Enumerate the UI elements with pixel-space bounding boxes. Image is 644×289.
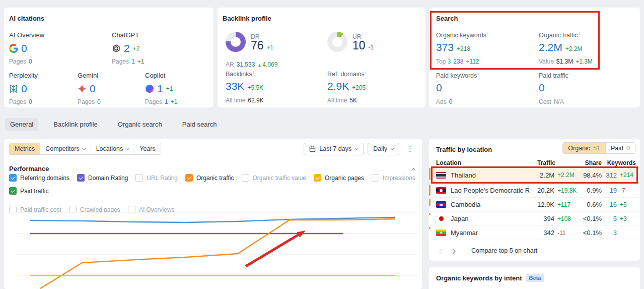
tab-backlink-profile[interactable]: Backlink profile — [48, 118, 102, 131]
ai-citation-copilot: Copilot1+1Pages1+1 — [145, 72, 177, 105]
dr-value: 76 — [251, 39, 264, 52]
next-page-button[interactable] — [451, 246, 462, 255]
metric-checkbox-domain-rating[interactable]: Domain Rating — [77, 174, 128, 182]
cost-value: N/A — [554, 98, 564, 105]
keywords-count[interactable]: 3 — [602, 229, 617, 237]
checked-checkbox-icon — [314, 174, 321, 182]
backlinks-value[interactable]: 33K — [226, 80, 244, 92]
metric-checkbox-organic-pages[interactable]: Organic pages — [314, 174, 364, 182]
granularity-button[interactable]: Daily — [368, 143, 399, 155]
share-value: <0.1% — [581, 215, 602, 222]
metric-checkbox-organic-traffic[interactable]: Organic traffic — [185, 174, 234, 182]
metric-checkbox-organic-traffic-value[interactable]: Organic traffic value — [242, 174, 307, 182]
keywords-delta: +214 — [617, 171, 636, 179]
prev-page-button[interactable] — [440, 246, 451, 255]
keywords-count[interactable]: 312 — [602, 171, 617, 179]
tab-paid-search[interactable]: Paid search — [177, 118, 222, 131]
organic-keywords-value[interactable]: 373 — [436, 41, 454, 53]
ai-source-name: Gemini — [78, 72, 101, 79]
info-icon — [362, 33, 363, 37]
info-icon — [253, 70, 254, 75]
date-range-button[interactable]: Last 7 days — [304, 143, 364, 155]
performance-chart-card: MetricsCompetitorsLocationsYears Last 7 … — [4, 139, 422, 289]
citations-count[interactable]: 1 — [157, 83, 163, 95]
share-bar — [429, 185, 431, 196]
checked-checkbox-icon — [9, 187, 17, 195]
location-name: Thailand — [451, 171, 530, 179]
paid-keywords-value[interactable]: 0 — [436, 82, 442, 94]
metric-checkbox-label: URL Rating — [147, 175, 178, 182]
location-row-myanmar[interactable]: Myanmar342-11<0.1%3 — [429, 226, 640, 240]
copilot-icon — [145, 84, 154, 93]
top3-value[interactable]: 238 — [453, 58, 463, 65]
keywords-count[interactable]: 16 — [602, 201, 617, 208]
traffic-delta: +2.2M — [554, 171, 581, 179]
metric-checkbox-label: Organic traffic value — [253, 175, 307, 182]
metric-checkbox-referring-domains[interactable]: Referring domains — [9, 174, 69, 182]
paid-traffic-value[interactable]: 0 — [539, 82, 545, 94]
ai-source-name: Perplexity — [9, 72, 38, 79]
metric-checkbox-impressions[interactable]: Impressions — [372, 174, 415, 182]
info-icon — [487, 31, 488, 36]
filter-segment-years[interactable]: Years — [134, 143, 161, 154]
tab-general[interactable]: General — [5, 118, 38, 131]
ai-citation-perplexity: Perplexity0Pages0 — [9, 72, 38, 105]
ar-delta: 4,069 — [257, 61, 277, 68]
organic-traffic-value[interactable]: 2.2M — [539, 41, 562, 53]
ar-value[interactable]: 31,533 — [237, 61, 255, 68]
toggle-organic[interactable]: Organic 51 — [563, 143, 605, 153]
traffic-delta: -11 — [554, 229, 581, 237]
location-row-laos[interactable]: Lao People's Democratic Reput20.2K+19.8K… — [429, 184, 640, 198]
share-bar — [429, 168, 431, 180]
keywords-count[interactable]: 5 — [602, 215, 617, 222]
filter-segment-competitors[interactable]: Competitors — [40, 143, 90, 154]
citations-count[interactable]: 2 — [124, 42, 130, 54]
organic-traffic-label: Organic traffic — [539, 31, 593, 39]
ref-domains-label: Ref. domains — [327, 70, 366, 78]
toggle-paid[interactable]: Paid 0 — [605, 143, 635, 153]
share-bar — [429, 213, 431, 215]
google-icon — [9, 44, 18, 53]
tab-organic-search[interactable]: Organic search — [113, 118, 167, 131]
pages-count: 0 — [29, 98, 32, 105]
section-tabs: GeneralBacklink profileOrganic searchPai… — [5, 118, 222, 131]
metric-checkbox-url-rating[interactable]: URL Rating — [135, 174, 178, 182]
traffic-value: 342 — [530, 229, 554, 237]
keywords-delta: -7 — [617, 187, 636, 194]
filter-segment-locations[interactable]: Locations — [91, 143, 134, 154]
metric-checkbox-paid-traffic[interactable]: Paid traffic — [9, 187, 48, 195]
citations-count[interactable]: 0 — [21, 42, 27, 54]
location-row-cambodia[interactable]: Cambodia12.9K+1170.6%16+5 — [429, 198, 640, 212]
compare-top5-link[interactable]: Compare top 5 on chart — [471, 247, 537, 254]
kebab-menu-button[interactable]: ⋮ — [403, 144, 417, 153]
ur-value: 10 — [352, 39, 366, 52]
share-value: 0.6% — [581, 201, 602, 208]
unchecked-checkbox-icon — [372, 174, 379, 182]
ai-citation-google: AI Overview0Pages0 — [9, 31, 44, 65]
organic-keywords-metric: Organic keywords 373 +218 Top 3 238 +112 — [436, 31, 488, 65]
citations-count[interactable]: 0 — [21, 83, 27, 95]
backlink-profile-card: Backlink profile DR 76 +1 AR 31,533 4,06… — [218, 8, 425, 107]
collapse-section-button[interactable] — [410, 162, 417, 175]
traffic-value: 394 — [530, 215, 554, 222]
flag-myanmar-icon — [436, 229, 446, 236]
chevron-down-icon — [354, 146, 359, 150]
location-table-header: Location Traffic Share Keywords — [429, 159, 640, 167]
traffic-value-delta: +1.3M — [576, 58, 593, 65]
info-icon — [579, 31, 580, 36]
ref-domains-value[interactable]: 2.9K — [327, 80, 349, 92]
checked-checkbox-icon — [9, 174, 17, 182]
pages-label: Pages — [78, 98, 95, 105]
ai-citations-card: AI citations AI Overview0Pages0ChatGPT2+… — [4, 8, 213, 107]
location-row-japan[interactable]: Japan394+108<0.1%5+3 — [429, 212, 640, 226]
info-icon — [366, 70, 367, 75]
backlinks-alltime: 62.9K — [248, 97, 263, 104]
gemini-icon — [78, 84, 87, 93]
keywords-count[interactable]: 19 — [602, 187, 617, 194]
share-value: 0.9% — [581, 187, 602, 194]
citations-count[interactable]: 0 — [90, 83, 96, 95]
filter-segment-metrics[interactable]: Metrics — [10, 143, 40, 154]
info-icon — [478, 72, 479, 76]
location-row-thailand[interactable]: Thailand2.2M+2.2M98.4%312+214 — [429, 167, 640, 184]
chevron-right-icon — [451, 249, 456, 254]
